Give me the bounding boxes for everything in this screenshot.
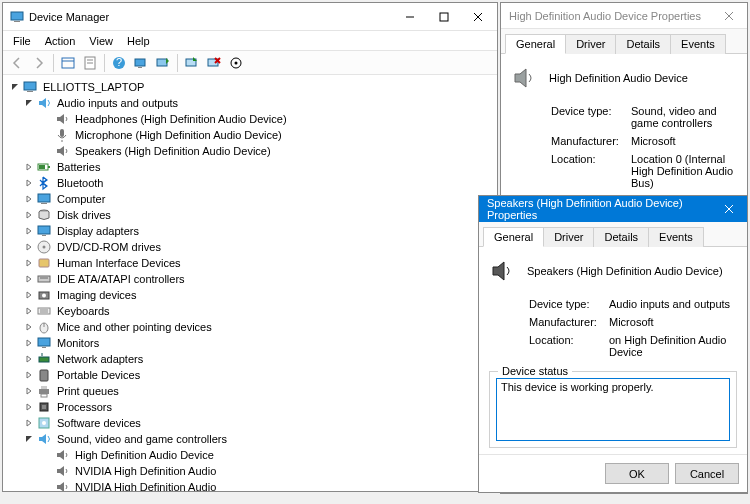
tree-category[interactable]: Processors bbox=[5, 399, 495, 415]
menubar: File Action View Help bbox=[3, 31, 497, 51]
titlebar[interactable]: Speakers (High Definition Audio Device) … bbox=[479, 196, 747, 222]
tab-events[interactable]: Events bbox=[648, 227, 704, 247]
tree-device[interactable]: High Definition Audio Device bbox=[5, 447, 495, 463]
expand-icon[interactable] bbox=[23, 273, 35, 285]
tree-device[interactable]: NVIDIA High Definition Audio bbox=[5, 479, 495, 491]
tree-label: Human Interface Devices bbox=[55, 257, 183, 269]
expand-icon[interactable] bbox=[23, 353, 35, 365]
menu-view[interactable]: View bbox=[83, 33, 119, 49]
maximize-button[interactable] bbox=[427, 3, 461, 31]
tree-category[interactable]: Mice and other pointing devices bbox=[5, 319, 495, 335]
help-button[interactable]: ? bbox=[109, 53, 129, 73]
titlebar[interactable]: High Definition Audio Device Properties bbox=[501, 3, 747, 29]
uninstall-button[interactable] bbox=[204, 53, 224, 73]
tree-category[interactable]: Software devices bbox=[5, 415, 495, 431]
scan-hardware-button[interactable] bbox=[226, 53, 246, 73]
tree-device[interactable]: Speakers (High Definition Audio Device) bbox=[5, 143, 495, 159]
device-tree[interactable]: ELLIOTTS_LAPTOPAudio inputs and outputsH… bbox=[3, 75, 497, 491]
tree-category[interactable]: Bluetooth bbox=[5, 175, 495, 191]
menu-help[interactable]: Help bbox=[121, 33, 156, 49]
mfr-label: Manufacturer: bbox=[551, 135, 631, 147]
tab-driver[interactable]: Driver bbox=[565, 34, 616, 54]
tab-details[interactable]: Details bbox=[615, 34, 671, 54]
expand-icon[interactable] bbox=[23, 401, 35, 413]
expand-icon[interactable] bbox=[23, 289, 35, 301]
tree-category[interactable]: Network adapters bbox=[5, 351, 495, 367]
tree-label: DVD/CD-ROM drives bbox=[55, 241, 163, 253]
tab-events[interactable]: Events bbox=[670, 34, 726, 54]
tree-device[interactable]: Headphones (High Definition Audio Device… bbox=[5, 111, 495, 127]
close-button[interactable] bbox=[711, 3, 747, 29]
close-button[interactable] bbox=[461, 3, 495, 31]
expand-icon[interactable] bbox=[23, 369, 35, 381]
expand-icon[interactable] bbox=[23, 225, 35, 237]
tree-category[interactable]: Disk drives bbox=[5, 207, 495, 223]
expand-icon[interactable] bbox=[23, 257, 35, 269]
devtype-value: Audio inputs and outputs bbox=[609, 298, 737, 310]
expand-icon[interactable] bbox=[9, 81, 21, 93]
expand-icon[interactable] bbox=[23, 241, 35, 253]
battery-icon bbox=[36, 159, 52, 175]
tree-label: Software devices bbox=[55, 417, 143, 429]
update-driver-button[interactable] bbox=[153, 53, 173, 73]
cam-icon bbox=[36, 287, 52, 303]
tab-general[interactable]: General bbox=[483, 227, 544, 247]
ok-button[interactable]: OK bbox=[605, 463, 669, 484]
tab-general[interactable]: General bbox=[505, 34, 566, 54]
expand-icon[interactable] bbox=[23, 385, 35, 397]
expand-icon[interactable] bbox=[23, 305, 35, 317]
tree-device[interactable]: NVIDIA High Definition Audio bbox=[5, 463, 495, 479]
tab-driver[interactable]: Driver bbox=[543, 227, 594, 247]
tree-label: NVIDIA High Definition Audio bbox=[73, 465, 218, 477]
svg-rect-46 bbox=[38, 338, 50, 346]
tree-category[interactable]: Print queues bbox=[5, 383, 495, 399]
close-button[interactable] bbox=[711, 196, 747, 222]
cancel-button[interactable]: Cancel bbox=[675, 463, 739, 484]
tree-category[interactable]: Display adapters bbox=[5, 223, 495, 239]
svg-rect-1 bbox=[14, 21, 20, 22]
scan-button[interactable] bbox=[131, 53, 151, 73]
speakers-properties-window: Speakers (High Definition Audio Device) … bbox=[478, 195, 748, 493]
menu-action[interactable]: Action bbox=[39, 33, 82, 49]
soft-icon bbox=[36, 415, 52, 431]
expand-icon[interactable] bbox=[23, 321, 35, 333]
tree-category[interactable]: Portable Devices bbox=[5, 367, 495, 383]
tree-category[interactable]: Batteries bbox=[5, 159, 495, 175]
expand-icon[interactable] bbox=[23, 161, 35, 173]
expand-icon[interactable] bbox=[23, 97, 35, 109]
tree-category[interactable]: Human Interface Devices bbox=[5, 255, 495, 271]
tree-category[interactable]: Keyboards bbox=[5, 303, 495, 319]
svg-rect-48 bbox=[39, 357, 49, 362]
menu-file[interactable]: File bbox=[7, 33, 37, 49]
svg-rect-6 bbox=[62, 58, 74, 68]
device-status-text[interactable] bbox=[496, 378, 730, 441]
tree-root[interactable]: ELLIOTTS_LAPTOP bbox=[5, 79, 495, 95]
tree-category[interactable]: Computer bbox=[5, 191, 495, 207]
expand-icon[interactable] bbox=[23, 417, 35, 429]
tree-category[interactable]: IDE ATA/ATAPI controllers bbox=[5, 271, 495, 287]
speaker-icon bbox=[54, 447, 70, 463]
loc-value: on High Definition Audio Device bbox=[609, 334, 737, 358]
show-hidden-button[interactable] bbox=[58, 53, 78, 73]
minimize-button[interactable] bbox=[393, 3, 427, 31]
tree-category[interactable]: DVD/CD-ROM drives bbox=[5, 239, 495, 255]
expand-icon[interactable] bbox=[23, 177, 35, 189]
titlebar[interactable]: Device Manager bbox=[3, 3, 497, 31]
mic-icon bbox=[54, 127, 70, 143]
tabstrip: General Driver Details Events bbox=[479, 222, 747, 247]
svg-rect-33 bbox=[42, 235, 46, 236]
expand-icon[interactable] bbox=[23, 433, 35, 445]
tree-category[interactable]: Monitors bbox=[5, 335, 495, 351]
enable-button[interactable] bbox=[182, 53, 202, 73]
tab-details[interactable]: Details bbox=[593, 227, 649, 247]
forward-button bbox=[29, 53, 49, 73]
properties-button[interactable] bbox=[80, 53, 100, 73]
tree-category[interactable]: Imaging devices bbox=[5, 287, 495, 303]
tree-device[interactable]: Microphone (High Definition Audio Device… bbox=[5, 127, 495, 143]
tree-category[interactable]: Sound, video and game controllers bbox=[5, 431, 495, 447]
expand-icon[interactable] bbox=[23, 337, 35, 349]
tree-label: Mice and other pointing devices bbox=[55, 321, 214, 333]
expand-icon[interactable] bbox=[23, 193, 35, 205]
expand-icon[interactable] bbox=[23, 209, 35, 221]
tree-category[interactable]: Audio inputs and outputs bbox=[5, 95, 495, 111]
